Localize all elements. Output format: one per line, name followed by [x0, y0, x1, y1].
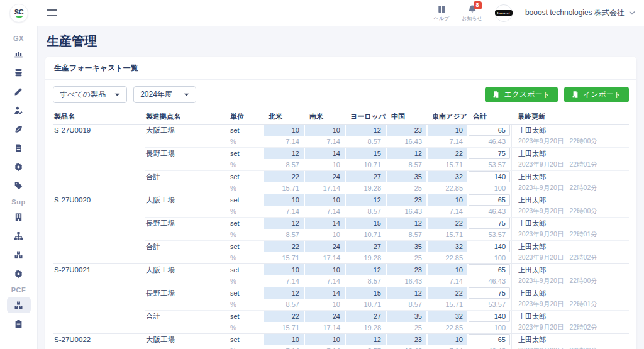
- forecast-value-cell[interactable]: 32: [428, 171, 467, 182]
- forecast-value-cell[interactable]: 23: [387, 334, 426, 345]
- forecast-value-cell[interactable]: 10: [428, 194, 467, 206]
- updated-timestamp: 2023年9月20日22時01分: [511, 159, 629, 170]
- site-row: S-27U0022大阪工場set101012231065上田太郎%7.147.1…: [53, 334, 629, 349]
- forecast-value-cell[interactable]: 22: [428, 287, 467, 299]
- column-header: 北米: [264, 112, 305, 121]
- site-name: 大阪工場: [145, 194, 229, 206]
- site-row: 長野工場set121415122275上田太郎%8.571010.718.571…: [53, 218, 629, 240]
- site-name: 合計: [145, 311, 229, 322]
- forecast-value-cell[interactable]: 12: [346, 194, 386, 206]
- account-menu[interactable]: booost technologies 株式会社: [525, 8, 635, 18]
- forecast-value-cell[interactable]: 12: [264, 218, 304, 229]
- updater-name: 上田太郎: [511, 218, 629, 229]
- forecast-table-body: S-27U0019大阪工場set101012231065上田太郎%7.147.1…: [53, 125, 629, 349]
- sidebar-item-database[interactable]: [7, 64, 31, 80]
- forecast-value-cell[interactable]: 12: [264, 148, 304, 159]
- forecast-value-cell[interactable]: 10: [305, 264, 345, 275]
- sidebar-item-sitemap[interactable]: [7, 228, 31, 244]
- forecast-value-cell[interactable]: 23: [387, 194, 426, 206]
- help-button[interactable]: ヘルプ: [434, 4, 450, 22]
- percent-value: 7.14: [428, 136, 467, 147]
- export-button[interactable]: エクスポート: [485, 87, 557, 102]
- forecast-value-cell[interactable]: 12: [346, 264, 386, 275]
- forecast-value-cell[interactable]: 23: [387, 264, 426, 275]
- forecast-value-cell[interactable]: 12: [346, 125, 386, 136]
- forecast-value-cell[interactable]: 10: [305, 194, 345, 206]
- pen-icon: [14, 87, 23, 96]
- forecast-value-cell[interactable]: 22: [428, 218, 467, 229]
- percent-value: 7.14: [305, 136, 345, 147]
- updated-timestamp: 2023年9月20日22時00分: [511, 275, 629, 287]
- sidebar-item-building[interactable]: [7, 209, 31, 225]
- percent-value: 10.71: [346, 299, 386, 310]
- percent-value: 10: [305, 229, 345, 240]
- forecast-value-cell[interactable]: 22: [264, 311, 304, 322]
- notifications-button[interactable]: 8 お知らせ: [462, 4, 482, 22]
- forecast-value-cell[interactable]: 22: [428, 148, 467, 159]
- unit-label: %: [229, 136, 264, 147]
- forecast-value-cell[interactable]: 14: [305, 287, 345, 299]
- forecast-value-cell[interactable]: 27: [346, 241, 386, 252]
- forecast-value-cell[interactable]: 27: [346, 311, 386, 322]
- forecast-value-cell[interactable]: 10: [264, 264, 304, 275]
- sidebar-item-gear[interactable]: [7, 265, 31, 282]
- forecast-value-cell[interactable]: 24: [305, 241, 345, 252]
- unit-label: set: [229, 264, 264, 275]
- forecast-value-cell[interactable]: 10: [428, 334, 467, 345]
- import-button[interactable]: インポート: [564, 87, 629, 102]
- percent-value: 7.14: [264, 136, 304, 147]
- forecast-value-cell[interactable]: 22: [264, 171, 304, 182]
- sidebar-item-boxes[interactable]: [7, 297, 31, 313]
- unit-label: %: [229, 345, 264, 349]
- year-filter-select[interactable]: 2024年度: [133, 86, 196, 103]
- forecast-value-cell[interactable]: 10: [264, 334, 304, 345]
- forecast-value-cell[interactable]: 14: [305, 148, 345, 159]
- forecast-value-cell[interactable]: 35: [387, 171, 426, 182]
- sidebar-item-tag[interactable]: [7, 177, 31, 194]
- forecast-value-cell[interactable]: 22: [264, 241, 304, 252]
- forecast-value-cell[interactable]: 35: [387, 241, 426, 252]
- forecast-value-cell[interactable]: 10: [264, 194, 304, 206]
- forecast-value-cell[interactable]: 10: [264, 125, 304, 136]
- percent-value: 7.14: [305, 345, 345, 349]
- forecast-value-cell[interactable]: 10: [305, 125, 345, 136]
- sidebar-item-boxes[interactable]: [7, 247, 31, 263]
- forecast-value-cell[interactable]: 10: [305, 334, 345, 345]
- menu-toggle-button[interactable]: [44, 5, 60, 21]
- percent-value: 15.71: [428, 159, 467, 170]
- forecast-value-cell[interactable]: 24: [305, 311, 345, 322]
- percent-value: 15.71: [428, 299, 467, 310]
- sidebar-item-pen[interactable]: [7, 83, 31, 99]
- forecast-value-cell[interactable]: 24: [305, 171, 345, 182]
- forecast-value-cell[interactable]: 10: [428, 264, 467, 275]
- forecast-value-cell[interactable]: 12: [387, 287, 426, 299]
- site-name: 長野工場: [145, 287, 229, 299]
- forecast-value-cell[interactable]: 15: [346, 287, 386, 299]
- forecast-value-cell[interactable]: 10: [428, 125, 467, 136]
- sidebar-item-leaf[interactable]: [7, 121, 31, 137]
- sidebar-item-file-doc[interactable]: [7, 140, 31, 156]
- percent-value: 25: [387, 252, 426, 263]
- forecast-value-cell[interactable]: 35: [387, 311, 426, 322]
- forecast-value-cell[interactable]: 23: [387, 125, 426, 136]
- forecast-value-cell[interactable]: 32: [428, 311, 467, 322]
- forecast-value-cell[interactable]: 12: [264, 287, 304, 299]
- forecast-value-cell[interactable]: 32: [428, 241, 467, 252]
- sidebar-item-clipboard[interactable]: [7, 316, 31, 332]
- forecast-value-cell[interactable]: 12: [387, 218, 426, 229]
- sidebar-item-chart-bar[interactable]: [7, 45, 31, 62]
- updated-timestamp: 2023年9月20日22時02分: [511, 182, 629, 194]
- sidebar-item-user-edit[interactable]: [7, 102, 31, 118]
- forecast-value-cell[interactable]: 15: [346, 148, 386, 159]
- app-logo: SC: [9, 4, 28, 23]
- site-name: 合計: [145, 241, 229, 252]
- forecast-value-cell[interactable]: 27: [346, 171, 386, 182]
- forecast-value-cell[interactable]: 15: [346, 218, 386, 229]
- forecast-value-cell[interactable]: 12: [346, 334, 386, 345]
- forecast-value-cell[interactable]: 12: [387, 148, 426, 159]
- card-title: 生産フォーキャスト一覧: [45, 57, 636, 80]
- site-name: 合計: [145, 171, 229, 182]
- product-filter-select[interactable]: すべての製品: [53, 86, 127, 103]
- sidebar-item-gear[interactable]: [7, 158, 31, 175]
- forecast-value-cell[interactable]: 14: [305, 218, 345, 229]
